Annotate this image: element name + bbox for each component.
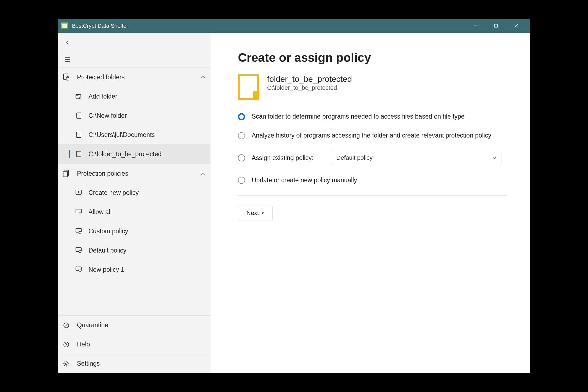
sidebar-item-label: Allow all xyxy=(88,208,112,216)
page-title: Create or assign policy xyxy=(238,51,530,65)
sidebar-item-label: C:\folder_to_be_protected xyxy=(88,150,162,158)
file-icon xyxy=(75,132,82,138)
help-icon xyxy=(62,341,70,348)
svg-point-29 xyxy=(65,363,67,364)
option-label: Analyze history of programs accessing th… xyxy=(252,132,491,139)
lock-file-icon xyxy=(62,74,70,81)
policy-select[interactable]: Default policy xyxy=(331,151,501,165)
menu-button[interactable] xyxy=(62,54,73,65)
sidebar-item-quarantine[interactable]: Quarantine xyxy=(58,315,210,335)
chevron-down-icon xyxy=(492,157,496,159)
close-button[interactable] xyxy=(514,24,527,28)
radio-icon[interactable] xyxy=(238,113,245,120)
file-icon xyxy=(75,151,82,157)
sidebar-item-help[interactable]: Help xyxy=(58,335,210,354)
sidebar-item-label: C:\New folder xyxy=(88,112,127,119)
policy-shield-icon xyxy=(75,209,82,215)
policy-select-value: Default policy xyxy=(336,154,373,161)
app-window: BestCrypt Data Shelter xyxy=(58,19,530,373)
back-button[interactable] xyxy=(62,37,73,48)
option-assign-existing[interactable]: Assign existing policy: Default policy xyxy=(238,151,530,165)
option-manual[interactable]: Update or create new policy manually xyxy=(238,177,530,184)
sidebar-item-label: Create new policy xyxy=(88,189,139,197)
sidebar-item-label: Quarantine xyxy=(77,321,108,329)
sidebar-section-label: Protection policies xyxy=(77,170,128,177)
sidebar-item-folder-new[interactable]: C:\New folder xyxy=(58,106,210,125)
svg-rect-8 xyxy=(66,78,69,80)
sidebar-item-label: C:\Users\jul\Documents xyxy=(88,131,155,139)
sidebar-item-create-policy[interactable]: Create new policy xyxy=(58,183,210,202)
svg-rect-13 xyxy=(77,113,81,118)
minimize-button[interactable] xyxy=(474,24,486,28)
chevron-up-icon xyxy=(201,76,205,79)
folder-header: folder_to_be_protected C:\folder_to_be_p… xyxy=(238,74,530,100)
sidebar-item-custom-policy[interactable]: Custom policy xyxy=(58,222,210,241)
sidebar-item-settings[interactable]: Settings xyxy=(58,354,210,373)
radio-icon[interactable] xyxy=(238,154,245,161)
sidebar-item-label: Add folder xyxy=(88,93,117,100)
svg-point-28 xyxy=(66,345,66,346)
policies-icon xyxy=(62,170,70,177)
sidebar-item-label: Default policy xyxy=(88,247,126,254)
policy-shield-icon xyxy=(75,247,82,253)
svg-rect-17 xyxy=(63,171,68,177)
main-panel: Create or assign policy folder_to_be_pro… xyxy=(210,33,530,373)
option-analyze-history[interactable]: Analyze history of programs accessing th… xyxy=(238,132,530,139)
svg-line-26 xyxy=(64,323,68,327)
app-title: BestCrypt Data Shelter xyxy=(72,23,128,29)
svg-rect-15 xyxy=(77,151,81,157)
protected-folder-icon xyxy=(238,74,259,100)
radio-icon[interactable] xyxy=(238,132,245,139)
option-label: Update or create new policy manually xyxy=(252,177,357,184)
radio-icon[interactable] xyxy=(238,177,245,184)
chevron-up-icon xyxy=(201,172,205,175)
sidebar-section-protected-folders[interactable]: Protected folders xyxy=(58,68,210,87)
next-button[interactable]: Next > xyxy=(238,206,273,220)
option-label: Assign existing policy: xyxy=(252,154,314,162)
policy-add-icon xyxy=(75,190,82,196)
policy-shield-icon xyxy=(75,267,82,273)
file-icon xyxy=(75,113,82,119)
titlebar[interactable]: BestCrypt Data Shelter xyxy=(58,19,530,33)
sidebar-item-default-policy[interactable]: Default policy xyxy=(58,241,210,260)
policy-shield-icon xyxy=(75,228,82,234)
sidebar-item-add-folder[interactable]: Add folder xyxy=(58,87,210,106)
option-label: Scan folder to determine programs needed… xyxy=(252,113,465,120)
svg-rect-14 xyxy=(77,132,81,138)
sidebar-section-policies[interactable]: Protection policies xyxy=(58,164,210,183)
maximize-button[interactable] xyxy=(494,24,507,28)
folder-add-icon xyxy=(75,93,82,99)
sidebar-item-new-policy-1[interactable]: New policy 1 xyxy=(58,260,210,279)
separator xyxy=(238,195,507,196)
sidebar-item-label: Settings xyxy=(77,360,100,367)
sidebar-item-folder-docs[interactable]: C:\Users\jul\Documents xyxy=(58,125,210,144)
sidebar-item-allow-all[interactable]: Allow all xyxy=(58,202,210,222)
sidebar: Protected folders Add folder C:\New f xyxy=(58,33,210,373)
quarantine-icon xyxy=(62,322,70,329)
folder-name: folder_to_be_protected xyxy=(267,74,352,84)
option-scan[interactable]: Scan folder to determine programs needed… xyxy=(238,113,530,120)
sidebar-item-label: Help xyxy=(77,341,90,348)
gear-icon xyxy=(62,360,70,367)
folder-path: C:\folder_to_be_protected xyxy=(267,84,352,91)
sidebar-item-folder-protected[interactable]: C:\folder_to_be_protected xyxy=(58,144,210,164)
app-icon xyxy=(61,22,68,29)
sidebar-section-label: Protected folders xyxy=(77,74,125,81)
sidebar-item-label: New policy 1 xyxy=(88,266,124,273)
svg-rect-1 xyxy=(495,24,498,27)
sidebar-item-label: Custom policy xyxy=(88,228,128,235)
window-controls xyxy=(474,24,527,28)
